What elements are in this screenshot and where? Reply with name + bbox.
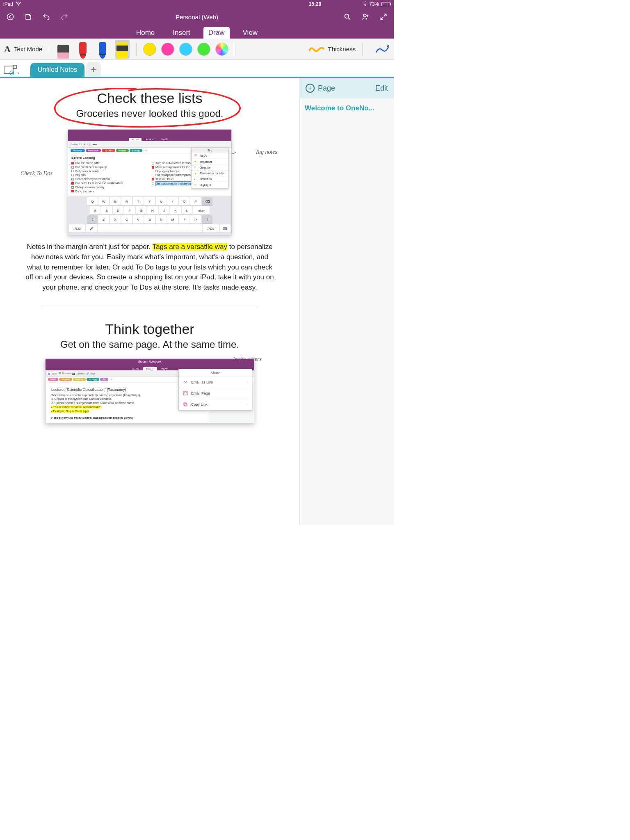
ss2-bold: Here's how the Polar Bear's classificati… [51,416,203,420]
color-pink[interactable] [161,43,174,56]
text-mode-button[interactable]: A Text Mode [4,44,42,55]
back-button[interactable] [4,11,16,23]
annotation-check-todos: Check To Dos [21,170,52,177]
page-panel-header: + Page Edit [300,78,394,98]
ss-tab: VIEW [159,138,170,141]
ss-keyboard: QWERTYUIOP⌫ ASDFGHJKLreturn ⇧ZXCVBNM!;?⇧… [68,196,231,235]
plus-icon: + [306,84,315,93]
open-notebook-icon[interactable] [22,11,34,23]
embedded-screenshot-1: HOME INSERT VIEW Calibri 11 BIUabc Revie… [68,129,232,235]
separator [136,43,137,55]
color-green[interactable] [197,43,210,56]
svg-rect-5 [13,65,16,68]
thickness-icon [309,46,324,52]
ss-tab: VIEW [159,367,170,370]
svg-point-0 [18,5,19,6]
share-button[interactable] [359,11,372,23]
eraser-tool[interactable] [56,40,71,59]
thickness-label: Thickness [328,46,356,52]
ss-tab: HOME [129,138,142,141]
undo-button[interactable] [40,11,52,23]
section-tab-unfiled[interactable]: Unfiled Notes [30,63,84,77]
notebook-title[interactable]: Personal (Web) [176,14,218,21]
ios-status-bar: iPad 15:20 73% [0,0,394,8]
divider [41,307,258,307]
thickness-button[interactable]: Thickness [309,46,356,52]
ink-circle [45,84,250,132]
svg-point-2 [345,14,349,18]
search-button[interactable] [341,11,354,23]
notebook-dropdown[interactable] [2,64,21,77]
section-heading-2: Think together [25,321,275,337]
add-page-button[interactable]: + Page [306,84,335,93]
highlighted-text: Tags are a versatile way [153,243,227,251]
tab-insert[interactable]: Insert [168,27,195,39]
content-area: Check these lists Groceries never looked… [0,78,394,525]
color-yellow[interactable] [143,43,156,56]
add-section-button[interactable]: + [86,62,101,77]
redo-button[interactable] [58,11,71,23]
battery-pct: 73% [369,1,379,7]
pen-blue-tool[interactable] [95,40,110,59]
ribbon-tabs: Home Insert Draw View [0,25,394,39]
svg-rect-8 [184,403,186,405]
svg-point-3 [363,14,366,17]
text-mode-label: Text Mode [14,46,42,52]
clock: 15:20 [309,1,322,7]
ss-tag-panel: Tag ☑To Do★Important?Question▲Remember f… [191,148,229,189]
tab-draw[interactable]: Draw [203,27,230,39]
ss2-share-item: Email Page [179,388,252,399]
app-titlebar: Personal (Web) [0,8,394,25]
color-cyan[interactable] [179,43,192,56]
device-label: iPad [3,1,13,7]
ss-tab: INSERT [143,367,157,370]
ss2-share-item: Copy Link› [179,399,252,410]
tab-view[interactable]: View [238,27,263,39]
svg-rect-9 [185,404,187,406]
ss-tab: HOME [129,367,142,370]
fullscreen-button[interactable] [377,11,390,23]
section-tab-row: Unfiled Notes + [0,60,394,78]
wifi-icon [16,1,21,7]
battery-icon [381,2,390,6]
pen-red-tool[interactable] [75,40,90,59]
edit-pages-button[interactable]: Edit [375,84,388,93]
separator [362,43,363,55]
ink-to-shape-icon[interactable] [375,44,390,54]
page-label: Page [318,84,335,93]
ss2-title: Student Notebook [46,359,254,365]
text-icon: A [4,44,11,55]
draw-toolbar: A Text Mode Thickness [0,39,394,60]
page-side-panel: + Page Edit Welcome to OneNo... [299,78,394,525]
body-paragraph-1: Notes in the margin aren't just for pape… [25,242,275,292]
ss-font: Calibri [71,143,78,146]
annotation-tag-notes: Tag notes [255,149,277,155]
svg-rect-4 [4,66,13,73]
tab-home[interactable]: Home [131,27,160,39]
embedded-screenshot-2: Student Notebook HOME INSERT VIEW ▦ Tabl… [45,358,254,423]
ss2-share-title: Share [179,369,252,377]
highlighter-tool[interactable] [115,40,130,59]
ss-tag-title: Tag [192,148,228,153]
ss-size: 11 [79,143,82,146]
note-canvas[interactable]: Check these lists Groceries never looked… [0,78,299,525]
ss2-share-item: Email as Link› [179,377,252,388]
section-subtitle-2: Get on the same page. At the same time. [25,339,275,350]
ss2-share-popover: Share Email as Link› Email Page Copy Lin… [178,369,252,411]
separator [49,43,49,55]
ss-tab: INSERT [143,138,157,141]
separator [235,43,235,55]
color-wheel[interactable] [215,43,228,56]
page-list-item[interactable]: Welcome to OneNo... [305,104,389,112]
svg-point-1 [7,14,14,20]
bluetooth-icon [363,1,367,7]
